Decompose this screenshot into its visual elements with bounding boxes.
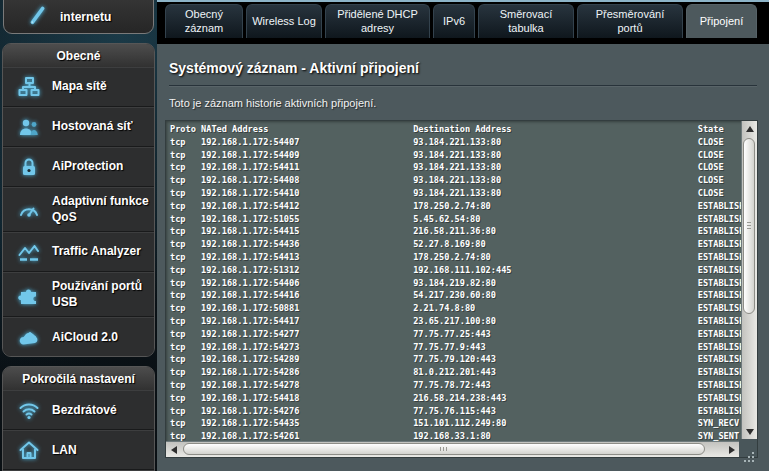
sidebar-item-traffic-analyzer[interactable]: Traffic Analyzer [3,232,154,272]
menu-section-0: ObecnéMapa sítěHostovaná síťAiProtection… [2,43,155,357]
log-tab-bar: Obecný záznamWireless LogPřidělené DHCP … [157,2,769,38]
sidebar-item-bezdr-tov-[interactable]: Bezdrátové [3,390,154,430]
lock-icon [15,154,43,180]
sidebar-item-hostovan-s-[interactable]: Hostovaná síť [3,107,154,147]
cloud-icon [15,324,43,350]
network-map-icon [15,74,43,100]
traffic-chart-icon [15,239,43,265]
sidebar-item-label: Hostovaná síť [52,119,150,135]
sidebar-item-label: Používání portů USB [52,279,150,310]
vertical-scrollbar[interactable] [741,121,757,439]
log-panel: Systémový záznam - Aktivní připojení Tot… [157,44,769,471]
menu-section-title: Obecné [3,44,154,67]
main-content: Obecný záznamWireless LogPřidělené DHCP … [157,0,769,471]
tab-obecn-z-znam[interactable]: Obecný záznam [165,4,243,38]
horizontal-scrollbar[interactable] [166,441,739,457]
usb-puzzle-icon [15,282,43,308]
horizontal-scrollbar-thumb[interactable] [183,443,705,455]
scroll-up-button[interactable] [742,121,757,136]
sidebar-item-lan[interactable]: LAN [3,430,154,470]
sidebar-item-label: LAN [52,443,150,459]
sidebar-item-label: AiProtection [52,159,150,175]
tab-wireless-log[interactable]: Wireless Log [246,4,322,38]
sidebar-item-label: Mapa sítě [52,79,150,95]
connection-log-text: Proto NATed Address Destination Address … [166,121,741,441]
page-title: Systémový záznam - Aktivní připojení [169,60,757,86]
sidebar-item-aiprotection[interactable]: AiProtection [3,147,154,187]
pen-icon [24,1,52,27]
sidebar-item-aicloud-2-0[interactable]: AiCloud 2.0 [3,317,154,356]
house-icon [15,437,43,463]
resize-grip[interactable] [739,439,757,457]
guest-network-icon [15,114,43,140]
sidebar-item-label: Adaptivní funkce QoS [52,194,150,225]
gauge-icon [15,197,43,223]
wifi-icon [15,397,43,423]
page-description: Toto je záznam historie aktivních připoj… [169,97,757,109]
quick-internet-setup-button[interactable]: internetu [3,0,154,34]
scroll-down-button[interactable] [742,424,757,439]
menu-section-1: Pokročilá nastaveníBezdrátovéLANWAN [2,366,155,471]
arrow-down-icon [746,429,754,435]
scroll-right-button[interactable] [724,442,739,457]
arrow-right-icon [729,446,735,454]
tab-sm-rovac-tabulka[interactable]: Směrovací tabulka [478,4,574,38]
tab-ipv6[interactable]: IPv6 [433,4,475,38]
menu-section-title: Pokročilá nastavení [3,367,154,390]
sidebar-item-label: Bezdrátové [52,403,150,419]
sidebar-item-adaptivn-funkce-qos[interactable]: Adaptivní funkce QoS [3,187,154,232]
arrow-left-icon [171,446,177,454]
sidebar-item-label: Traffic Analyzer [52,244,150,260]
tab-p-ipojen-[interactable]: Připojení [686,4,757,38]
sidebar-item-label: AiCloud 2.0 [52,330,150,346]
sidebar-item-mapa-s-t-[interactable]: Mapa sítě [3,67,154,107]
tab-p-id-len-dhcp-adresy[interactable]: Přidělené DHCP adresy [325,4,430,38]
sidebar: internetu ObecnéMapa sítěHostovaná síťAi… [0,0,157,471]
connection-log-area[interactable]: Proto NATed Address Destination Address … [165,120,758,458]
sidebar-item-pou-v-n-port-usb[interactable]: Používání portů USB [3,272,154,317]
arrow-up-icon [746,126,754,132]
vertical-scrollbar-thumb[interactable] [743,138,755,314]
quick-internet-setup-label: internetu [60,10,111,27]
tab-p-esm-rov-n-port-[interactable]: Přesměrování portů [577,4,683,38]
scroll-left-button[interactable] [166,442,181,457]
